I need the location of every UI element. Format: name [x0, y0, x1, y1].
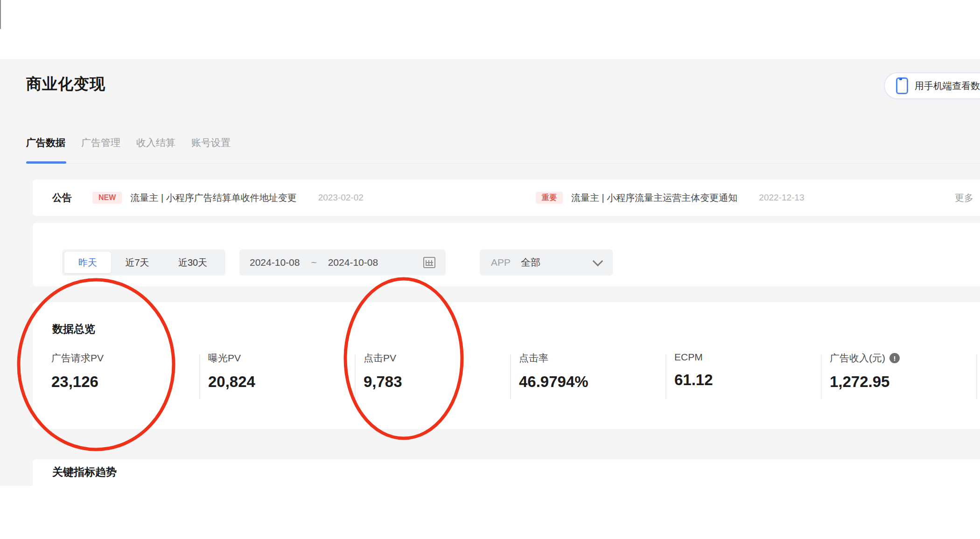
metric-divider — [821, 354, 822, 399]
page-title: 商业化变现 — [26, 74, 105, 95]
filter-bar: 昨天 近7天 近30天 2024-10-08 ~ 2024-10-08 APP … — [33, 223, 980, 286]
metric-label: 曝光PV — [208, 352, 348, 365]
info-icon[interactable]: ! — [889, 353, 900, 363]
metric-label: 广告收入(元) — [830, 352, 885, 365]
app-select[interactable]: APP 全部 — [480, 249, 613, 276]
announcement-text[interactable]: 流量主 | 小程序广告结算单收件地址变更 — [130, 192, 296, 204]
metric-ad-request-pv: 广告请求PV 23,126 — [51, 352, 191, 391]
announcement-text[interactable]: 流量主 | 小程序流量主运营主体变更通知 — [571, 192, 737, 204]
more-announcements-link[interactable]: 更多 — [955, 180, 973, 216]
phone-icon — [896, 77, 908, 94]
metric-label: 点击PV — [364, 352, 504, 365]
metric-click-rate: 点击率 46.9794% — [519, 352, 659, 391]
tab-ad-management[interactable]: 广告管理 — [81, 136, 120, 149]
announcement-item[interactable]: 公告 NEW 流量主 | 小程序广告结算单收件地址变更 2023-02-02 — [52, 191, 364, 204]
metric-value: 46.9794% — [519, 373, 659, 391]
chevron-down-icon — [593, 256, 603, 267]
tab-ad-data[interactable]: 广告数据 — [26, 136, 65, 149]
tab-revenue-settlement[interactable]: 收入结算 — [136, 136, 175, 149]
metric-click-pv: 点击PV 9,783 — [364, 352, 504, 391]
announcement-item[interactable]: 重要 流量主 | 小程序流量主运营主体变更通知 2022-12-13 — [536, 180, 805, 216]
view-on-mobile-button[interactable]: 用手机端查看数据 — [884, 72, 980, 99]
metric-divider — [199, 354, 200, 399]
tab-account-settings[interactable]: 账号设置 — [191, 136, 231, 149]
calendar-icon[interactable] — [423, 257, 435, 268]
range-30days-chip[interactable]: 近30天 — [163, 252, 222, 273]
metric-value: 20,824 — [208, 373, 348, 391]
tabbar-divider — [26, 163, 980, 164]
range-7days-chip[interactable]: 近7天 — [111, 252, 163, 273]
announcement-heading: 公告 — [52, 191, 72, 204]
metric-ad-revenue: 广告收入(元) ! 1,272.95 — [830, 352, 970, 391]
metric-ecpm: ECPM 61.12 — [674, 352, 814, 389]
date-range-segmented-control: 昨天 近7天 近30天 — [62, 249, 225, 276]
ad-monetization-dashboard: 商业化变现 用手机端查看数据 广告数据 广告管理 收入结算 账号设置 公告 NE… — [0, 0, 980, 539]
metric-label: ECPM — [674, 352, 814, 363]
range-yesterday-chip[interactable]: 昨天 — [64, 252, 111, 273]
metric-label: 广告请求PV — [51, 352, 191, 365]
metric-value: 9,783 — [364, 373, 504, 391]
announcement-bar: 公告 NEW 流量主 | 小程序广告结算单收件地址变更 2023-02-02 重… — [33, 180, 980, 216]
date-range-picker[interactable]: 2024-10-08 ~ 2024-10-08 — [239, 249, 446, 276]
app-select-label: APP — [491, 257, 511, 268]
metric-value: 61.12 — [674, 371, 814, 389]
metric-value: 1,272.95 — [830, 373, 970, 391]
app-select-value: 全部 — [521, 256, 540, 269]
screen-edge-line — [0, 0, 1, 29]
date-range-separator: ~ — [311, 257, 316, 268]
metric-divider — [355, 354, 356, 399]
overview-section-title: 数据总览 — [52, 322, 95, 336]
date-end-value[interactable]: 2024-10-08 — [328, 257, 378, 268]
important-badge: 重要 — [536, 192, 563, 204]
tab-bar: 广告数据 广告管理 收入结算 账号设置 — [26, 136, 231, 149]
trends-section-title: 关键指标趋势 — [52, 465, 117, 479]
metric-divider — [976, 354, 977, 399]
announcement-date: 2022-12-13 — [759, 193, 804, 203]
metric-divider — [510, 354, 511, 399]
active-tab-underline — [26, 161, 66, 164]
key-trends-card: 关键指标趋势 — [33, 459, 980, 539]
metric-divider — [665, 354, 666, 399]
data-overview-card: 数据总览 广告请求PV 23,126 曝光PV 20,824 点击PV 9,78… — [33, 302, 980, 429]
metric-label: 点击率 — [519, 352, 659, 365]
new-badge: NEW — [92, 192, 122, 204]
announcement-date: 2023-02-02 — [318, 193, 364, 203]
date-start-value[interactable]: 2024-10-08 — [250, 257, 300, 268]
metric-value: 23,126 — [51, 373, 191, 391]
view-on-mobile-label: 用手机端查看数据 — [915, 80, 980, 92]
metric-exposure-pv: 曝光PV 20,824 — [208, 352, 348, 391]
